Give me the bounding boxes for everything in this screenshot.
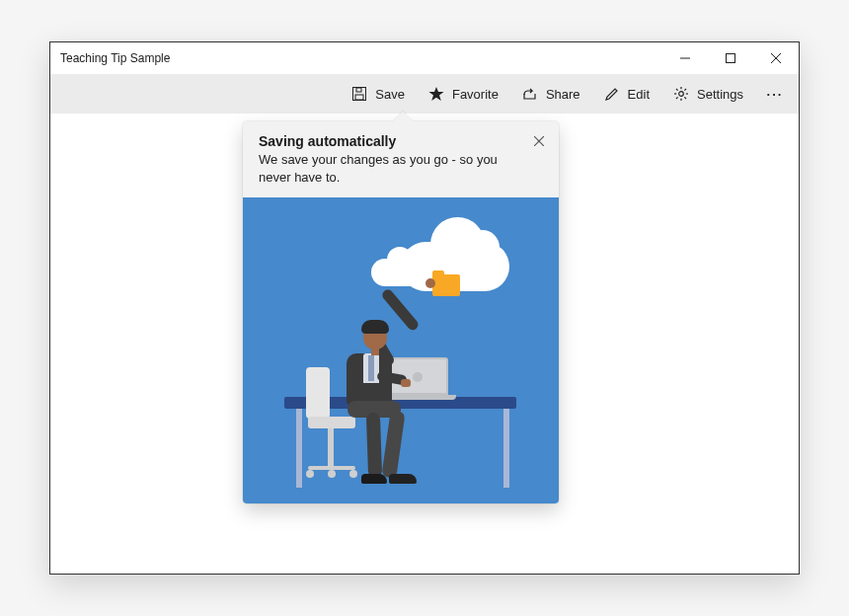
maximize-icon <box>726 53 735 63</box>
share-button[interactable]: Share <box>510 74 592 114</box>
content-area: Saving automatically We save your change… <box>50 114 799 574</box>
share-icon <box>522 86 538 102</box>
save-button[interactable]: Save <box>340 74 417 114</box>
save-icon <box>351 86 367 102</box>
edit-icon <box>604 86 620 102</box>
close-button[interactable] <box>753 42 799 74</box>
teaching-tip-close-button[interactable] <box>527 129 551 153</box>
gear-icon <box>673 86 689 102</box>
more-button[interactable]: ··· <box>755 74 795 114</box>
svg-point-8 <box>679 92 684 97</box>
favorite-label: Favorite <box>452 87 499 102</box>
minimize-icon <box>680 53 690 63</box>
teaching-tip-title: Saving automatically <box>259 133 519 149</box>
star-icon <box>428 86 444 102</box>
edit-button[interactable]: Edit <box>592 74 661 114</box>
app-window: Teaching Tip Sample Save Favorite <box>49 41 800 575</box>
svg-line-16 <box>684 89 686 91</box>
settings-button[interactable]: Settings <box>661 74 755 114</box>
svg-marker-7 <box>428 87 443 101</box>
svg-line-14 <box>684 97 686 99</box>
share-label: Share <box>546 87 580 102</box>
maximize-button[interactable] <box>708 42 753 74</box>
minimize-button[interactable] <box>662 42 708 74</box>
teaching-tip-subtitle: We save your changes as you go - so you … <box>259 151 519 186</box>
window-controls <box>662 42 799 74</box>
svg-rect-1 <box>727 54 735 63</box>
teaching-tip: Saving automatically We save your change… <box>243 121 559 503</box>
titlebar: Teaching Tip Sample <box>50 42 799 74</box>
teaching-tip-header: Saving automatically We save your change… <box>243 121 559 197</box>
save-label: Save <box>375 87 405 102</box>
svg-rect-5 <box>355 95 363 100</box>
ellipsis-icon: ··· <box>767 87 784 102</box>
edit-label: Edit <box>628 87 650 102</box>
teaching-tip-hero-image <box>243 197 559 503</box>
favorite-button[interactable]: Favorite <box>417 74 510 114</box>
settings-label: Settings <box>697 87 743 102</box>
svg-line-13 <box>676 89 678 91</box>
close-icon <box>534 136 544 146</box>
commandbar: Save Favorite Share Edit Settings <box>50 74 799 114</box>
window-title: Teaching Tip Sample <box>50 51 662 65</box>
svg-rect-6 <box>356 88 361 92</box>
svg-line-15 <box>676 97 678 99</box>
close-icon <box>771 53 781 63</box>
svg-rect-4 <box>353 88 366 101</box>
